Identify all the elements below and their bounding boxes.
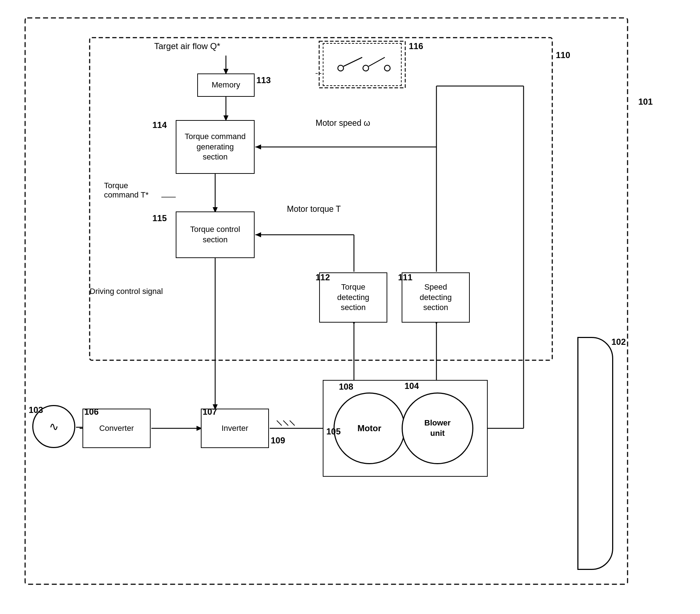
torque-cmd-gen-box: Torque command generating section	[176, 120, 255, 174]
ref-103: 103	[29, 405, 43, 415]
ref-112: 112	[316, 272, 330, 282]
ac-symbol: ∿	[49, 420, 59, 433]
torque-ctrl-label: Torque control section	[190, 224, 240, 245]
ref-111: 111	[398, 272, 412, 282]
blower-box: Blower unit	[402, 392, 473, 464]
ref-113: 113	[256, 75, 271, 85]
svg-point-47	[363, 65, 369, 71]
driving-signal-label: Driving control signal	[90, 287, 163, 296]
svg-marker-23	[255, 232, 261, 237]
inverter-label: Inverter	[222, 423, 249, 434]
torque-detect-label: Torque detecting section	[337, 282, 369, 313]
ref-110: 110	[556, 50, 570, 60]
converter-label: Converter	[99, 423, 134, 434]
ref-115: 115	[152, 213, 167, 223]
torque-cmd-gen-label: Torque command generating section	[185, 132, 246, 162]
ref-106: 106	[84, 407, 99, 417]
speed-detect-label: Speed detecting section	[420, 282, 451, 313]
ref-101: 101	[638, 97, 653, 107]
switch-box-116	[323, 43, 402, 86]
svg-point-45	[338, 65, 344, 71]
motor-label: Motor	[358, 423, 382, 433]
motor-torque-label: Motor torque T	[287, 204, 341, 214]
blower-label: Blower unit	[424, 418, 450, 438]
ref-116: 116	[409, 41, 423, 51]
ref-105: 105	[326, 427, 341, 437]
svg-point-48	[384, 65, 390, 71]
ref-114: 114	[152, 120, 167, 130]
diagram-container: / / / / / / / / / 101 110 Target air flo…	[22, 14, 674, 599]
torque-ctrl-box: Torque control section	[176, 211, 255, 258]
svg-marker-20	[255, 144, 261, 149]
target-airflow-label: Target air flow Q*	[154, 41, 220, 51]
motor-speed-label: Motor speed ω	[316, 118, 370, 128]
torque-command-label: Torque command T*	[104, 181, 148, 200]
memory-label: Memory	[212, 80, 240, 90]
ref-102: 102	[611, 337, 626, 347]
ref-104: 104	[405, 381, 419, 391]
svg-line-49	[369, 57, 385, 66]
ref-108: 108	[339, 382, 353, 392]
svg-line-46	[344, 57, 362, 66]
ref-109: 109	[271, 435, 285, 446]
memory-box: Memory	[197, 73, 255, 97]
ref-107: 107	[203, 407, 217, 417]
duct-shape	[577, 337, 613, 570]
svg-text:/: /	[280, 419, 291, 427]
svg-text:/: /	[287, 419, 298, 427]
svg-text:/: /	[274, 419, 285, 427]
motor-box: Motor	[334, 392, 405, 464]
